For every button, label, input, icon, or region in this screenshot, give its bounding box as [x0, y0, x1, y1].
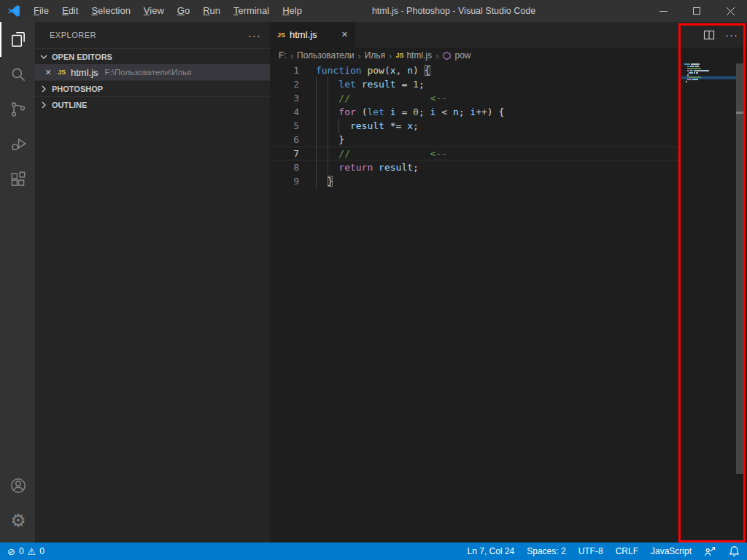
line-number: 8: [270, 160, 299, 174]
minimap[interactable]: [683, 63, 735, 530]
language-mode-status[interactable]: JavaScript: [651, 546, 692, 556]
minimap-line-segment: [687, 70, 689, 71]
code-editor[interactable]: 1function pow(x, n) {2 let result = 1;3 …: [270, 63, 681, 188]
open-editor-item-htmljs[interactable]: ✕ JS html.js F:\Пользователи\Илья: [35, 64, 270, 80]
code-line-text: // <--: [316, 91, 447, 105]
minimap-line-segment: [708, 70, 709, 71]
breadcrumb-drive[interactable]: F:: [279, 50, 287, 61]
menu-help[interactable]: Help: [276, 0, 309, 22]
sidebar-more-actions-button[interactable]: ···: [248, 29, 261, 42]
chevron-right-icon: [38, 83, 50, 95]
minimap-line-segment: [689, 72, 693, 74]
activity-bar-bottom: ⚙: [0, 468, 35, 538]
open-editor-filename: html.js: [71, 67, 98, 78]
close-tab-icon[interactable]: ✕: [341, 30, 348, 39]
menu-run[interactable]: Run: [196, 0, 227, 22]
breadcrumb-separator: ›: [290, 50, 294, 61]
menu-edit[interactable]: Edit: [55, 0, 85, 22]
eol-status[interactable]: CRLF: [616, 546, 638, 556]
encoding-status[interactable]: UTF-8: [578, 546, 603, 556]
minimap-line-segment: [697, 72, 698, 74]
section-label: OPEN EDITORS: [52, 52, 112, 61]
extensions-icon[interactable]: [0, 162, 35, 197]
code-line-text: }: [316, 133, 344, 147]
menu-view[interactable]: View: [137, 0, 171, 22]
line-number: 3: [270, 91, 299, 105]
minimap-line-segment: [691, 70, 693, 71]
source-control-icon[interactable]: [0, 92, 35, 127]
editor-actions: ···: [703, 22, 738, 47]
minimap-line-segment: [697, 79, 698, 80]
indent-guide: [316, 133, 317, 147]
menu-go[interactable]: Go: [171, 0, 196, 22]
minimize-button[interactable]: [646, 0, 680, 22]
indent-guide: [316, 174, 317, 188]
indent-guide: [316, 119, 317, 133]
code-line-text: return result;: [316, 160, 419, 174]
minimap-line-segment: [690, 66, 694, 67]
notifications-bell-icon[interactable]: [729, 545, 740, 557]
indent-guide: [328, 119, 328, 133]
minimap-line-segment: [687, 79, 692, 80]
tab-label: html.js: [290, 29, 317, 40]
menu-terminal[interactable]: Terminal: [227, 0, 276, 22]
status-bar-right: Ln 7, Col 24 Spaces: 2 UTF-8 CRLF JavaSc…: [468, 545, 740, 557]
js-file-icon: JS: [58, 69, 66, 76]
minimap-line-segment: [686, 81, 687, 82]
close-editor-icon[interactable]: ✕: [44, 68, 53, 77]
window-controls: [646, 0, 747, 22]
code-line-text: // <--: [316, 147, 447, 160]
indent-guide: [328, 91, 328, 105]
code-line-5: 5 result *= x;: [270, 119, 681, 133]
minimap-line-segment: [698, 63, 700, 65]
line-number: 9: [270, 174, 299, 188]
explorer-icon[interactable]: [0, 22, 35, 57]
section-photoshop[interactable]: PHOTOSHOP: [35, 80, 270, 96]
breadcrumb-folder-users[interactable]: Пользователи: [297, 50, 354, 61]
code-line-text: for (let i = 0; i < n; i++) {: [316, 105, 504, 119]
minimap-content: [683, 63, 735, 530]
settings-gear-icon[interactable]: ⚙: [0, 503, 35, 538]
close-window-button[interactable]: [713, 0, 747, 22]
menu-bar: File Edit Selection View Go Run Terminal…: [27, 0, 309, 22]
minimap-line-segment: [687, 66, 689, 67]
more-actions-icon[interactable]: ···: [725, 28, 738, 41]
feedback-icon[interactable]: [704, 546, 716, 557]
menu-selection[interactable]: Selection: [85, 0, 136, 22]
indent-guide: [316, 91, 317, 105]
code-line-text: function pow(x, n) {: [316, 63, 430, 77]
chevron-down-icon: [38, 51, 50, 63]
section-label: PHOTOSHOP: [52, 85, 103, 93]
search-icon[interactable]: [0, 57, 35, 92]
split-editor-icon[interactable]: [703, 29, 715, 41]
problems-status[interactable]: ⊘ 0 ⚠ 0: [7, 546, 44, 556]
line-number: 4: [270, 105, 299, 119]
minimap-line-segment: [697, 66, 699, 67]
vscode-logo-icon: [7, 4, 21, 18]
editor-group: JS html.js ✕ ··· F: › Пользователи › Иль…: [270, 22, 747, 542]
maximize-button[interactable]: [680, 0, 713, 22]
code-line-9: 9 }: [270, 174, 681, 188]
indent-guide: [316, 160, 317, 174]
indent-guide: [328, 105, 328, 119]
tab-htmljs[interactable]: JS html.js ✕: [270, 22, 355, 47]
scrollbar-slider[interactable]: [736, 63, 746, 474]
minimap-line-segment: [687, 68, 701, 69]
accounts-icon[interactable]: [0, 468, 35, 503]
section-open-editors[interactable]: OPEN EDITORS: [35, 48, 270, 64]
symbol-method-icon: [442, 51, 452, 61]
code-line-3: 3 // <--: [270, 91, 681, 105]
minimap-line-segment: [694, 72, 695, 74]
menu-file[interactable]: File: [27, 0, 55, 22]
run-and-debug-icon[interactable]: [0, 127, 35, 162]
code-line-7: 7 // <--: [270, 147, 681, 160]
breadcrumb-file[interactable]: JS html.js: [395, 50, 432, 61]
section-outline[interactable]: OUTLINE: [35, 96, 270, 112]
breadcrumb: F: › Пользователи › Илья › JS html.js › …: [270, 47, 747, 63]
vertical-scrollbar[interactable]: [736, 63, 746, 542]
indentation-status[interactable]: Spaces: 2: [527, 546, 565, 556]
code-line-text: }: [316, 174, 333, 188]
breadcrumb-folder-ilya[interactable]: Илья: [365, 50, 385, 61]
cursor-position-status[interactable]: Ln 7, Col 24: [468, 546, 515, 556]
breadcrumb-symbol-pow[interactable]: pow: [442, 50, 471, 61]
